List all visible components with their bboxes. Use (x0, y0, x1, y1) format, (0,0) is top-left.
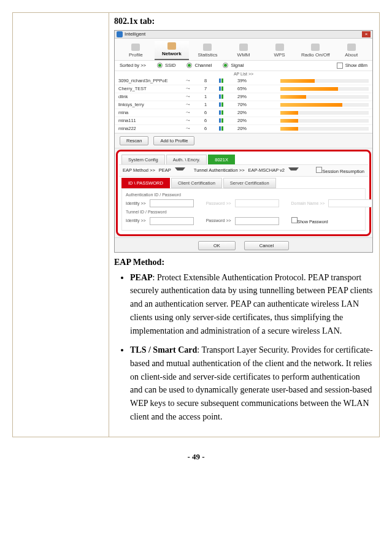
network-icon (167, 42, 176, 50)
tab-wps-label: WPS (274, 52, 285, 58)
tab-network[interactable]: Network (155, 41, 190, 60)
ap-ssid: 3090_richard3n_PPPoE (118, 78, 186, 83)
list-item: PEAP: Protect Extensible Authentication … (130, 271, 374, 337)
show-password-checkbox[interactable] (291, 217, 298, 223)
chevron-down-icon[interactable] (175, 167, 185, 174)
table-row[interactable]: mina⤳620% (115, 109, 372, 117)
subtab-system-config[interactable]: System Config (121, 155, 165, 164)
security-icon (219, 110, 237, 115)
list-item: TLS / Smart Card: Transport Layer Securi… (130, 343, 374, 423)
security-icon (219, 94, 237, 99)
antenna-icon: ⤳ (186, 110, 204, 115)
sort-ssid-radio[interactable] (157, 63, 163, 68)
subtab-8021x[interactable]: 8021X (208, 155, 235, 164)
signal-bar (280, 127, 369, 131)
rescan-button[interactable]: Rescan (120, 136, 148, 145)
add-to-profile-button[interactable]: Add to Profile (153, 136, 194, 145)
sort-ssid-label: SSID (165, 63, 176, 68)
tunnel-identity-label: Identity >> (126, 218, 146, 223)
about-icon (347, 44, 356, 51)
tab-wmm[interactable]: WMM (226, 42, 261, 60)
signal-bar (280, 111, 369, 115)
layout-table: 802.1x tab: Intelligent × Profile (12, 12, 380, 437)
tab-radio-label: Radio On/Off (301, 52, 330, 58)
auth-section-label: Authentication ID / Password (126, 191, 361, 198)
signal-bar (280, 119, 369, 123)
ap-signal-pct: 20% (237, 126, 280, 131)
cert-tab-client-cert[interactable]: Client Certification (171, 178, 222, 188)
sort-channel-label: Channel (194, 63, 212, 68)
left-empty-cell (13, 13, 109, 437)
section-heading: 802.1x tab: (114, 17, 374, 26)
radio-icon (311, 44, 320, 51)
ap-signal-pct: 70% (237, 102, 280, 107)
ap-ssid: Cherry_TEST (118, 86, 186, 91)
chevron-down-icon[interactable] (288, 167, 299, 174)
subtab-auth-encry[interactable]: Auth. \ Encry. (166, 155, 207, 164)
tab-radio[interactable]: Radio On/Off (298, 42, 333, 60)
antenna-icon: ⤳ (186, 78, 204, 83)
password-label-faint: Password >> (206, 201, 231, 206)
sort-bar: Sorted by >> SSID Channel Signal Show dB… (115, 61, 372, 71)
ap-ssid: mina222 (118, 126, 186, 131)
tunnel-auth-value: EAP-MSCHAP v2 (248, 167, 285, 173)
security-icon (219, 102, 237, 107)
security-icon (219, 86, 237, 91)
tunnel-identity-field[interactable] (150, 217, 194, 225)
table-row[interactable]: mina222⤳620% (115, 125, 372, 133)
domain-name-field[interactable] (328, 199, 372, 207)
ok-button[interactable]: OK (198, 241, 236, 250)
sort-channel-radio[interactable] (186, 63, 192, 68)
tab-wps[interactable]: WPS (262, 42, 297, 60)
ap-ssid: mina (118, 110, 186, 115)
tab-about[interactable]: About (334, 42, 369, 60)
tunnel-password-field[interactable] (235, 217, 279, 225)
tls-text: : Transport Layer Security. Provides for… (130, 345, 373, 421)
ap-signal-pct: 20% (237, 118, 280, 123)
table-row[interactable]: Cherry_TEST⤳765% (115, 85, 372, 93)
table-row[interactable]: linksys_terry⤳170% (115, 101, 372, 109)
sort-signal-radio[interactable] (223, 63, 228, 68)
table-row[interactable]: 3090_richard3n_PPPoE⤳839% (115, 77, 372, 85)
tab-profile[interactable]: Profile (118, 42, 153, 60)
table-row[interactable]: dlink⤳129% (115, 93, 372, 101)
session-resumption-checkbox[interactable] (316, 167, 322, 173)
page-number: - 49 - (12, 452, 380, 462)
wps-icon (275, 44, 284, 51)
ap-list: 3090_richard3n_PPPoE⤳839%Cherry_TEST⤳765… (115, 77, 372, 133)
ap-signal-pct: 65% (237, 86, 280, 91)
ap-channel: 8 (204, 78, 219, 83)
sort-signal-label: Signal (231, 63, 244, 68)
session-resumption-label: Session Resumption (322, 169, 364, 174)
colon: : (161, 258, 164, 267)
term-tls: TLS / Smart Card (130, 345, 197, 354)
tab-statistics[interactable]: Statistics (190, 42, 225, 60)
highlighted-panel: System Config Auth. \ Encry. 8021X EAP M… (116, 150, 371, 236)
password-field-1[interactable] (235, 199, 279, 207)
cert-tab-server-cert[interactable]: Server Certification (223, 178, 276, 188)
ap-signal-pct: 20% (237, 110, 280, 115)
antenna-icon: ⤳ (186, 94, 204, 99)
form-area: Authentication ID / Password Identity >>… (121, 188, 366, 231)
window-titlebar: Intelligent × (115, 31, 372, 39)
domain-name-label: Domain Name >> (291, 201, 325, 206)
antenna-icon: ⤳ (186, 86, 204, 91)
table-row[interactable]: mina111⤳620% (115, 117, 372, 125)
signal-bar (280, 79, 369, 83)
identity-field[interactable] (150, 199, 194, 207)
cert-tab-id-password[interactable]: ID \ PASSWORD (121, 178, 170, 188)
ap-signal-pct: 29% (237, 94, 280, 99)
ap-list-header: AP List >> (115, 71, 372, 77)
peap-text: : Protect Extensible Authentication Prot… (130, 273, 372, 335)
ap-channel: 1 (204, 94, 219, 99)
signal-bar (280, 103, 369, 107)
security-icon (219, 118, 237, 123)
cancel-button[interactable]: Cancel (244, 241, 289, 250)
tab-network-label: Network (162, 51, 182, 56)
screenshot: Intelligent × Profile Network Statistics… (114, 30, 373, 253)
statistics-icon (203, 44, 212, 51)
ap-ssid: dlink (118, 94, 186, 99)
show-dbm-checkbox[interactable] (337, 63, 343, 69)
ap-ssid: mina111 (118, 118, 186, 123)
close-icon[interactable]: × (362, 31, 371, 37)
